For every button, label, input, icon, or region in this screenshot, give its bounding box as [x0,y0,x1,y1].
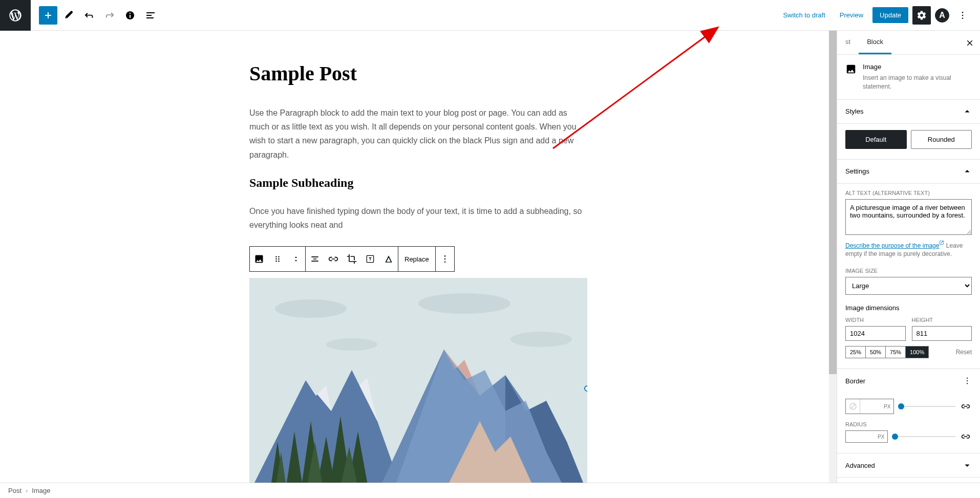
toolbar-left [0,0,161,30]
settings-panel-body: ALT TEXT (ALTERNATIVE TEXT) Describe the… [837,184,980,370]
toolbar-right: Switch to draft Preview Update A [778,6,980,25]
scrollbar-thumb[interactable] [829,31,837,374]
settings-panel-header[interactable]: Settings [837,160,980,184]
chevron-up-icon [963,107,972,116]
border-number-input[interactable] [860,401,881,412]
svg-point-1 [962,14,964,16]
preview-button[interactable]: Preview [835,7,868,23]
image-size-select[interactable]: Large [845,277,972,295]
wordpress-logo[interactable] [0,0,31,31]
switch-draft-button[interactable]: Switch to draft [778,7,830,23]
more-icon[interactable] [963,376,972,385]
list-view-button[interactable] [141,6,160,25]
edit-mode-button[interactable] [59,6,78,25]
settings-sidebar: st Block Image Insert an image to make a… [837,31,980,483]
astra-button[interactable]: A [935,8,949,23]
breadcrumb-post[interactable]: Post [8,487,22,494]
svg-line-22 [850,404,855,409]
paragraph-block[interactable]: Use the Paragraph block to add the main … [249,106,587,162]
height-label: HEIGHT [912,317,972,323]
svg-point-3 [275,256,277,258]
svg-point-15 [418,293,510,314]
top-toolbar: Switch to draft Preview Update A [0,0,980,31]
border-panel-header[interactable]: Border [837,369,980,393]
scrollbar[interactable] [829,31,837,483]
percent-25-button[interactable]: 25% [846,347,866,358]
svg-point-18 [967,378,968,379]
image-icon [845,63,857,75]
text-overlay-button[interactable] [361,247,379,271]
border-color-swatch[interactable] [846,399,860,414]
link-button[interactable] [324,247,343,271]
svg-point-12 [444,262,445,263]
block-type-icon[interactable] [250,247,268,271]
move-arrows-icon[interactable] [287,247,305,271]
border-width-input[interactable]: PX [845,399,894,414]
styles-panel-body: Default Rounded [837,124,980,160]
update-button[interactable]: Update [872,7,908,23]
svg-point-19 [967,380,968,381]
width-label: WIDTH [845,317,906,323]
add-block-button[interactable] [39,6,57,25]
more-options-button[interactable] [953,6,972,25]
svg-point-7 [275,261,277,262]
svg-point-16 [510,332,572,347]
breadcrumb-separator: › [26,487,28,494]
block-toolbar: Replace [249,246,455,272]
drag-handle-icon[interactable] [268,247,287,271]
style-default-button[interactable]: Default [845,130,907,149]
settings-button[interactable] [912,6,931,25]
image-block[interactable] [249,278,587,483]
redo-button[interactable] [100,6,119,25]
svg-point-4 [278,256,280,258]
alt-help-link[interactable]: Describe the purpose of the image [845,242,939,249]
svg-point-14 [275,299,347,318]
tab-post[interactable]: st [837,31,859,54]
block-more-button[interactable] [436,247,454,271]
advanced-panel-header[interactable]: Advanced [837,453,980,478]
crop-button[interactable] [343,247,361,271]
editor-canvas[interactable]: Sample Post Use the Paragraph block to a… [0,31,837,483]
link-corners-icon[interactable] [960,430,972,443]
percent-100-button[interactable]: 100% [906,347,928,358]
reset-button[interactable]: Reset [956,349,972,356]
breadcrumb-footer: Post › Image [0,483,980,498]
breadcrumb-image[interactable]: Image [32,487,50,494]
align-button[interactable] [306,247,324,271]
svg-point-2 [962,17,964,19]
width-input[interactable] [845,326,906,341]
svg-point-0 [962,11,964,13]
styles-panel-header[interactable]: Styles [837,100,980,124]
link-sides-icon[interactable] [960,400,972,413]
svg-point-11 [444,258,445,260]
style-rounded-button[interactable]: Rounded [911,130,972,149]
dimensions-label: Image dimensions [845,304,972,312]
chevron-down-icon [963,461,972,470]
resize-handle[interactable] [584,385,587,392]
percent-50-button[interactable]: 50% [866,347,886,358]
radius-slider[interactable] [892,434,955,440]
border-slider[interactable] [898,403,955,409]
alt-text-input[interactable] [845,199,972,235]
main-area: Sample Post Use the Paragraph block to a… [0,31,980,483]
details-button[interactable] [121,6,139,25]
radius-input[interactable]: PX [845,430,888,443]
radius-number-input[interactable] [846,431,875,442]
subheading-block[interactable]: Sample Subheading [249,176,587,190]
tab-block[interactable]: Block [859,31,891,54]
percent-75-button[interactable]: 75% [886,347,906,358]
svg-point-5 [275,258,277,260]
svg-point-17 [326,338,377,351]
replace-button[interactable]: Replace [398,247,435,271]
svg-point-10 [444,255,445,257]
duotone-button[interactable] [379,247,398,271]
close-sidebar-button[interactable] [962,35,978,51]
block-name: Image [863,63,972,71]
image-size-label: IMAGE SIZE [845,268,972,274]
editor-content: Sample Post Use the Paragraph block to a… [249,61,587,483]
radius-label: RADIUS [845,421,972,427]
post-title[interactable]: Sample Post [249,61,587,85]
paragraph-block[interactable]: Once you have finished typing down the b… [249,204,587,232]
undo-button[interactable] [80,6,98,25]
height-input[interactable] [912,326,972,341]
